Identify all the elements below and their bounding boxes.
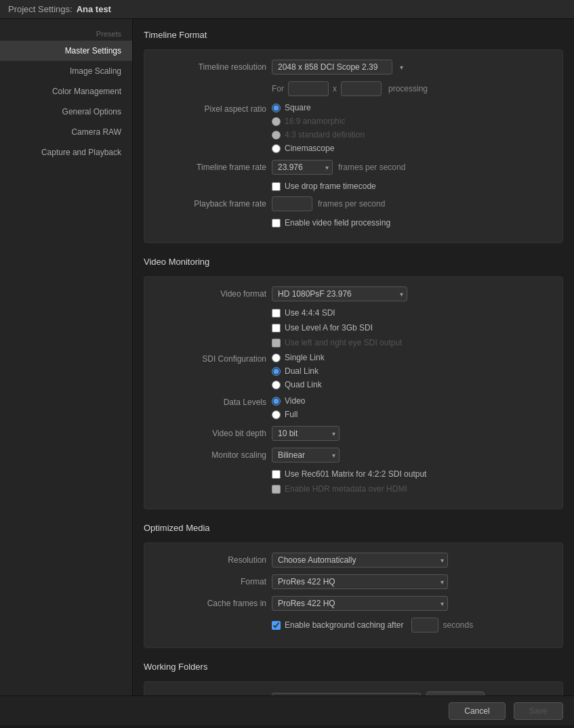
video-monitoring-title: Video Monitoring <box>144 257 563 270</box>
sdi-config-row: SDI Configuration Single Link Dual Link … <box>158 353 549 389</box>
sidebar-item-general-options[interactable]: General Options <box>0 102 132 122</box>
bg-caching-checkbox[interactable] <box>272 621 281 630</box>
frame-rate-select[interactable]: 23.976 24 25 29.97 <box>272 160 333 175</box>
use-level-a-checkbox[interactable] <box>272 324 281 333</box>
pixel-aspect-row: Pixel aspect ratio Square 16:9 anamorphi… <box>158 103 549 153</box>
drop-frame-checkbox[interactable] <box>272 182 281 191</box>
resolution-select[interactable]: 2048 x 858 DCI Scope 2.39 1920 x 1080 HD… <box>272 60 392 74</box>
rec601-row: Use Rec601 Matrix for 4:2:2 SDI output <box>158 469 549 479</box>
data-levels-options: Video Full <box>272 396 305 419</box>
video-format-row: Video format HD 1080PsF 23.976 HD 1080i … <box>158 286 549 301</box>
working-folders-title: Working Folders <box>144 662 563 675</box>
playback-rate-row: Playback frame rate 23.976 frames per se… <box>158 196 549 211</box>
sdi-dual-label[interactable]: Dual Link <box>285 366 319 376</box>
playback-rate-input[interactable]: 23.976 <box>272 196 312 211</box>
data-full-row: Full <box>272 410 305 419</box>
bit-depth-select[interactable]: 10 bit 8 bit 12 bit <box>272 426 340 441</box>
title-bar: Project Settings: Ana test <box>0 0 574 19</box>
cache-frames-select[interactable]: ProRes 422 HQ ProRes 422 ProRes 4444 DNx… <box>272 596 448 611</box>
use444-checkbox[interactable] <box>272 309 281 318</box>
sidebar-item-master-settings[interactable]: Master Settings <box>0 41 132 61</box>
sdi-config-label: SDI Configuration <box>158 353 266 364</box>
bit-depth-label: Video bit depth <box>158 429 266 438</box>
sidebar-item-camera-raw[interactable]: Camera RAW <box>0 122 132 142</box>
cache-files-browse-button[interactable]: Browse <box>426 691 485 695</box>
x-separator: x <box>333 84 337 93</box>
pixel-cinemascope-label[interactable]: Cinemascope <box>285 144 334 153</box>
seconds-label: seconds <box>443 620 473 630</box>
resolution-row: Timeline resolution 2048 x 858 DCI Scope… <box>158 60 549 74</box>
video-field-checkbox[interactable] <box>272 219 281 228</box>
optimized-media-section: Resolution Choose Automatically Original… <box>144 542 563 648</box>
for-row: For 2048 x 858 processing <box>158 81 549 96</box>
title-prefix: Project Settings: <box>8 4 73 14</box>
sdi-quad-radio[interactable] <box>272 381 281 389</box>
data-full-label[interactable]: Full <box>285 410 298 419</box>
processing-label: processing <box>388 84 428 93</box>
opt-resolution-row: Resolution Choose Automatically Original… <box>158 553 549 568</box>
cancel-button[interactable]: Cancel <box>449 702 505 720</box>
cache-frames-row: Cache frames in ProRes 422 HQ ProRes 422… <box>158 596 549 611</box>
opt-format-select-wrapper: ProRes 422 HQ ProRes 422 ProRes 4444 DNx… <box>272 574 448 589</box>
frame-rate-row: Timeline frame rate 23.976 24 25 29.97 f… <box>158 160 549 175</box>
hdr-label: Enable HDR metadata over HDMI <box>285 484 407 494</box>
sdi-quad-label[interactable]: Quad Link <box>285 380 322 389</box>
sdi-config-options: Single Link Dual Link Quad Link <box>272 353 325 389</box>
pixel-aspect-label: Pixel aspect ratio <box>158 103 266 114</box>
sidebar-item-capture-playback[interactable]: Capture and Playback <box>0 142 132 163</box>
pixel-aspect-options: Square 16:9 anamorphic 4:3 standard defi… <box>272 103 365 153</box>
monitor-scaling-row: Monitor scaling Bilinear Bicubic Nearest <box>158 448 549 463</box>
opt-format-row: Format ProRes 422 HQ ProRes 422 ProRes 4… <box>158 574 549 589</box>
use-level-a-row: Use Level A for 3Gb SDI <box>158 323 549 333</box>
sdi-dual-radio[interactable] <box>272 367 281 376</box>
use-left-right-label: Use left and right eye SDI output <box>285 338 402 347</box>
pixel-standard-row: 4:3 standard definition <box>272 130 365 140</box>
bit-depth-row: Video bit depth 10 bit 8 bit 12 bit <box>158 426 549 441</box>
bg-caching-label[interactable]: Enable background caching after <box>285 620 403 630</box>
pixel-square-radio[interactable] <box>272 104 281 112</box>
pixel-anamorphic-radio[interactable] <box>272 117 281 126</box>
resolution-label: Timeline resolution <box>158 62 266 72</box>
cache-files-input[interactable]: CacheClip <box>272 693 421 695</box>
monitor-scaling-select[interactable]: Bilinear Bicubic Nearest <box>272 448 340 463</box>
video-monitoring-section: Video format HD 1080PsF 23.976 HD 1080i … <box>144 276 563 509</box>
drop-frame-label[interactable]: Use drop frame timecode <box>285 181 376 191</box>
save-button[interactable]: Save <box>514 702 563 720</box>
use444-label[interactable]: Use 4:4:4 SDI <box>285 308 335 318</box>
video-field-label[interactable]: Enable video field processing <box>285 218 390 228</box>
data-video-radio[interactable] <box>272 397 281 406</box>
data-video-label[interactable]: Video <box>285 396 305 406</box>
optimized-media-title: Optimized Media <box>144 523 563 536</box>
cache-files-row: Cache files location CacheClip Browse <box>158 691 549 695</box>
sdi-single-radio[interactable] <box>272 354 281 362</box>
monitor-scaling-select-wrapper: Bilinear Bicubic Nearest <box>272 448 340 463</box>
height-input[interactable]: 858 <box>341 81 382 96</box>
resolution-select-wrapper: 2048 x 858 DCI Scope 2.39 1920 x 1080 HD… <box>272 60 407 74</box>
monitor-scaling-label: Monitor scaling <box>158 450 266 460</box>
sdi-single-label[interactable]: Single Link <box>285 353 325 362</box>
playback-rate-unit: frames per second <box>318 199 385 209</box>
bit-depth-select-wrapper: 10 bit 8 bit 12 bit <box>272 426 340 441</box>
bg-caching-seconds-input[interactable]: 5 <box>411 618 438 633</box>
for-label: For <box>272 84 284 93</box>
opt-format-select[interactable]: ProRes 422 HQ ProRes 422 ProRes 4444 DNx… <box>272 574 448 589</box>
timeline-format-title: Timeline Format <box>144 30 563 43</box>
pixel-anamorphic-label: 16:9 anamorphic <box>285 116 345 126</box>
use-level-a-label[interactable]: Use Level A for 3Gb SDI <box>285 323 373 333</box>
sidebar-item-image-scaling[interactable]: Image Scaling <box>0 61 132 81</box>
use-left-right-row: Use left and right eye SDI output <box>158 338 549 347</box>
rec601-label[interactable]: Use Rec601 Matrix for 4:2:2 SDI output <box>285 469 426 479</box>
pixel-square-label[interactable]: Square <box>285 103 311 112</box>
sidebar-item-color-management[interactable]: Color Management <box>0 81 132 102</box>
video-format-select[interactable]: HD 1080PsF 23.976 HD 1080i 25 HD 1080p 2… <box>272 286 407 301</box>
sdi-dual-row: Dual Link <box>272 366 325 376</box>
opt-resolution-select[interactable]: Choose Automatically Original Half Quart… <box>272 553 448 568</box>
content-area: Timeline Format Timeline resolution 2048… <box>133 19 574 695</box>
data-levels-label: Data Levels <box>158 396 266 407</box>
rec601-checkbox[interactable] <box>272 470 281 479</box>
pixel-cinemascope-radio[interactable] <box>272 144 281 153</box>
pixel-standard-radio[interactable] <box>272 131 281 140</box>
data-full-radio[interactable] <box>272 410 281 419</box>
sdi-single-row: Single Link <box>272 353 325 362</box>
width-input[interactable]: 2048 <box>288 81 329 96</box>
